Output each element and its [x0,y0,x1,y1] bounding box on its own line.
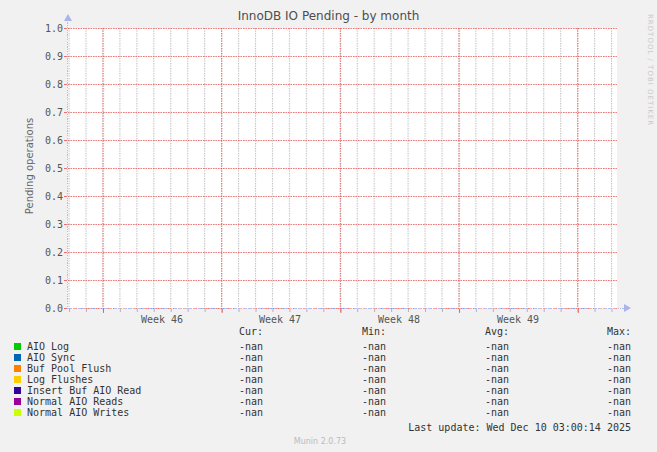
series-avg-value: -nan [426,341,509,352]
x-tick-label: Week 47 [245,314,315,325]
y-tick-label: 1.0 [28,23,63,34]
legend-row: Log Flushes -nan -nan -nan -nan [0,374,657,385]
series-cur-value: -nan [180,352,263,363]
series-label: Buf Pool Flush [27,363,111,374]
legend-header-cur: Cur: [180,326,263,337]
series-label: Normal AIO Writes [27,407,129,418]
series-max-value: -nan [548,396,631,407]
rrdtool-watermark: RRDTOOL / TOBI OETIKER [646,14,654,126]
legend-row: Buf Pool Flush -nan -nan -nan -nan [0,363,657,374]
x-axis-line [68,308,625,309]
series-max-value: -nan [548,341,631,352]
series-avg-value: -nan [426,352,509,363]
series-avg-value: -nan [426,407,509,418]
series-cur-value: -nan [180,363,263,374]
munin-version-text: Munin 2.0.73 [258,436,382,447]
y-tick-label: 0.7 [28,107,63,118]
series-cur-value: -nan [180,374,263,385]
series-avg-value: -nan [426,363,509,374]
legend-row: Insert Buf AIO Read -nan -nan -nan -nan [0,385,657,396]
series-label: AIO Log [27,341,69,352]
legend-row: Normal AIO Writes -nan -nan -nan -nan [0,407,657,418]
y-tick-label: 0.8 [28,79,63,90]
series-min-value: -nan [303,374,386,385]
y-tick-label: 0.5 [28,163,63,174]
series-min-value: -nan [303,352,386,363]
series-avg-value: -nan [426,385,509,396]
legend-header-row: Cur: Min: Avg: Max: [0,326,657,337]
series-cur-value: -nan [180,341,263,352]
series-cur-value: -nan [180,385,263,396]
legend-header-min: Min: [303,326,386,337]
legend-header-avg: Avg: [426,326,509,337]
y-tick-label: 0.9 [28,51,63,62]
y-axis-line [67,20,68,309]
legend-header-max: Max: [548,326,631,337]
series-color-swatch [14,387,21,394]
legend-row: AIO Sync -nan -nan -nan -nan [0,352,657,363]
y-tick-label: 0.3 [28,219,63,230]
y-tick-label: 0.0 [28,303,63,314]
series-max-value: -nan [548,385,631,396]
y-tick-label: 0.4 [28,191,63,202]
series-min-value: -nan [303,396,386,407]
series-avg-value: -nan [426,396,509,407]
series-min-value: -nan [303,407,386,418]
chart-title: InnoDB IO Pending - by month [0,9,657,23]
y-tick-label: 0.6 [28,135,63,146]
y-tick-label: 0.1 [28,275,63,286]
series-label: Log Flushes [27,374,93,385]
series-color-swatch [14,398,21,405]
series-label: Normal AIO Reads [27,396,123,407]
x-axis-tickmarks [68,309,618,313]
legend-row: AIO Log -nan -nan -nan -nan [0,341,657,352]
series-label: Insert Buf AIO Read [27,385,141,396]
x-tick-label: Week 46 [127,314,197,325]
plot-area [68,28,617,309]
series-color-swatch [14,409,21,416]
series-min-value: -nan [303,385,386,396]
last-update-text: Last update: Wed Dec 10 03:00:14 2025 [0,422,631,433]
series-min-value: -nan [303,363,386,374]
y-axis-arrow-icon [64,14,72,21]
series-max-value: -nan [548,352,631,363]
y-tick-label: 0.2 [28,247,63,258]
series-max-value: -nan [548,407,631,418]
series-color-swatch [14,376,21,383]
series-avg-value: -nan [426,374,509,385]
series-max-value: -nan [548,363,631,374]
series-cur-value: -nan [180,407,263,418]
legend-row: Normal AIO Reads -nan -nan -nan -nan [0,396,657,407]
series-color-swatch [14,354,21,361]
x-tick-label: Week 49 [483,314,553,325]
series-max-value: -nan [548,374,631,385]
series-label: AIO Sync [27,352,75,363]
x-tick-label: Week 48 [364,314,434,325]
series-color-swatch [14,343,21,350]
series-cur-value: -nan [180,396,263,407]
x-axis-arrow-icon [624,304,631,312]
munin-graph: InnoDB IO Pending - by month RRDTOOL / T… [0,0,657,452]
series-color-swatch [14,365,21,372]
series-min-value: -nan [303,341,386,352]
